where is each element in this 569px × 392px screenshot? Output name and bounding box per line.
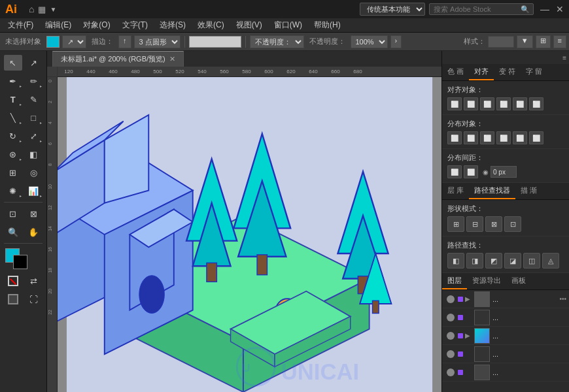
stroke-profile-select[interactable]: ↗ xyxy=(62,35,86,48)
canvas-tab[interactable]: 未标题1.ai* @ 200% (RGB/预览) ✕ xyxy=(52,51,184,67)
opacity-select[interactable]: 不透明度： xyxy=(250,35,304,48)
dist-right[interactable]: ⬜ xyxy=(529,131,543,144)
layer-item-3[interactable]: ▶ ... xyxy=(442,327,569,345)
panel-collapse-btn[interactable]: ≡ xyxy=(562,54,566,61)
tab-char[interactable]: 字 留 xyxy=(521,64,547,80)
swap-colors-btn[interactable]: ⇄ xyxy=(24,273,43,289)
shape-intersect[interactable]: ⊠ xyxy=(485,216,502,232)
minimize-button[interactable]: — xyxy=(540,4,549,14)
style-preview[interactable] xyxy=(488,36,514,48)
menu-select[interactable]: 选择(S) xyxy=(154,18,191,32)
direct-select-tool[interactable]: ↗ xyxy=(24,55,43,71)
layer-3-expand[interactable]: ▶ xyxy=(465,332,474,339)
gradient-tool[interactable]: ◧ xyxy=(24,146,43,162)
layer-1-expand[interactable]: ▶ xyxy=(465,295,474,302)
menu-effect[interactable]: 效果(C) xyxy=(192,18,230,32)
home-icon[interactable]: ⌂ xyxy=(29,4,34,14)
layer-item-1[interactable]: ▶ ... ••• xyxy=(442,290,569,308)
mesh-tool[interactable]: ⊞ xyxy=(4,165,22,180)
fill-none-btn[interactable] xyxy=(4,273,22,289)
align-bottom[interactable]: ⬜ xyxy=(529,97,543,110)
dist-bottom[interactable]: ⬜ xyxy=(480,131,494,144)
tab-stroke-gradient[interactable]: 描 渐 xyxy=(515,183,542,199)
artboard-tool[interactable]: ⊡ xyxy=(4,206,22,221)
line-tool[interactable]: ╲ ▸ xyxy=(4,110,22,125)
layout-icon[interactable]: ▦ xyxy=(38,5,46,14)
tab-layers-library[interactable]: 层 库 xyxy=(442,183,469,199)
stroke-value-select[interactable]: 3 点圆形 xyxy=(134,35,181,48)
layer-item-5[interactable]: ... xyxy=(442,363,569,382)
canvas-content[interactable]: UNICAI U xyxy=(58,77,441,392)
pencil-tool[interactable]: ✏ ▸ xyxy=(24,73,43,89)
scale-tool[interactable]: ⤢ ▸ xyxy=(24,128,43,144)
dist-space-h[interactable]: ⬜ xyxy=(447,165,462,178)
stroke-color-box[interactable] xyxy=(46,36,60,48)
layer-item-2[interactable]: ... xyxy=(442,308,569,327)
tab-asset-export[interactable]: 资源导出 xyxy=(467,273,506,289)
dist-left[interactable]: ⬜ xyxy=(496,131,511,144)
canvas-tab-close[interactable]: ✕ xyxy=(169,55,175,63)
pf-trim[interactable]: ◨ xyxy=(466,253,483,269)
workspace-select[interactable]: 传统基本功能 xyxy=(360,3,425,16)
symbol-spray-tool[interactable]: ✺ ▸ xyxy=(4,183,22,199)
dist-center-h[interactable]: ⬜ xyxy=(464,131,478,144)
align-top[interactable]: ⬜ xyxy=(496,97,511,110)
dist-top[interactable]: ⬜ xyxy=(447,131,462,144)
toolbar-extra-btn[interactable]: ⊞ xyxy=(536,35,551,48)
layer-5-visibility[interactable] xyxy=(445,367,457,378)
pen-tool[interactable]: ✒ ▸ xyxy=(4,73,22,89)
shape-unite[interactable]: ⊞ xyxy=(447,216,464,232)
shape-exclude[interactable]: ⊡ xyxy=(504,216,521,232)
hand-tool[interactable]: ✋ xyxy=(24,224,43,240)
tab-artboards[interactable]: 画板 xyxy=(506,273,531,289)
tab-layers[interactable]: 图层 xyxy=(442,273,467,289)
slice-tool[interactable]: ⊠ xyxy=(24,206,43,221)
align-left[interactable]: ⬜ xyxy=(447,97,462,110)
layer-item-4[interactable]: ... xyxy=(442,345,569,363)
tab-transform[interactable]: 变 符 xyxy=(494,64,521,80)
align-right[interactable]: ⬜ xyxy=(480,97,494,110)
tab-align[interactable]: 对齐 xyxy=(469,64,494,80)
toolbar-extra-btn2[interactable]: ≡ xyxy=(553,35,566,48)
normal-view-btn[interactable] xyxy=(4,291,22,307)
stroke-up[interactable]: ↑ xyxy=(118,35,131,48)
pf-merge[interactable]: ◩ xyxy=(485,253,502,269)
warp-tool[interactable]: ⊛ ▸ xyxy=(4,146,22,162)
layer-1-visibility[interactable] xyxy=(445,293,457,305)
select-tool[interactable]: ↖ xyxy=(4,55,22,71)
rotate-tool[interactable]: ↻ ▸ xyxy=(4,128,22,144)
align-center-v[interactable]: ⬜ xyxy=(513,97,527,110)
menu-view[interactable]: 视图(V) xyxy=(231,18,267,32)
layer-4-visibility[interactable] xyxy=(445,348,457,360)
menu-window[interactable]: 窗口(W) xyxy=(269,18,307,32)
menu-object[interactable]: 对象(O) xyxy=(78,18,115,32)
fullscreen-btn[interactable]: ⛶ xyxy=(24,291,43,307)
close-button[interactable]: ✕ xyxy=(556,4,564,14)
pf-minus-back[interactable]: ◬ xyxy=(542,253,559,269)
tab-pathfinder[interactable]: 路径查找器 xyxy=(469,183,515,199)
touch-type-tool[interactable]: ✎ xyxy=(24,91,43,107)
dist-space-input[interactable] xyxy=(491,166,517,178)
menu-type[interactable]: 文字(T) xyxy=(117,18,153,32)
opacity-more-btn[interactable]: › xyxy=(390,35,402,48)
graph-tool[interactable]: 📊 ▸ xyxy=(24,183,43,199)
background-color[interactable] xyxy=(13,255,27,269)
zoom-tool[interactable]: 🔍 xyxy=(4,224,22,240)
type-tool[interactable]: T ▸ xyxy=(4,91,22,107)
menu-file[interactable]: 文件(F) xyxy=(3,18,39,32)
menu-edit[interactable]: 编辑(E) xyxy=(40,18,77,32)
layer-3-visibility[interactable] xyxy=(445,330,457,342)
canvas-viewport[interactable]: 120 440 460 480 500 520 540 560 580 600 … xyxy=(47,67,441,392)
pf-outline[interactable]: ◫ xyxy=(523,253,540,269)
tab-color[interactable]: 色 画 xyxy=(442,64,469,80)
opacity-value-select[interactable]: 100% xyxy=(351,35,388,48)
menu-help[interactable]: 帮助(H) xyxy=(309,18,346,32)
rect-tool[interactable]: □ ▸ xyxy=(24,110,43,125)
align-center-h[interactable]: ⬜ xyxy=(464,97,478,110)
dist-center-v[interactable]: ⬜ xyxy=(513,131,527,144)
blend-tool[interactable]: ◎ xyxy=(24,165,43,180)
layer-2-visibility[interactable] xyxy=(445,312,457,323)
style-dropdown[interactable]: ▼ xyxy=(517,35,533,48)
layout-dropdown-arrow[interactable]: ▼ xyxy=(50,6,56,13)
shape-minus[interactable]: ⊟ xyxy=(466,216,483,232)
